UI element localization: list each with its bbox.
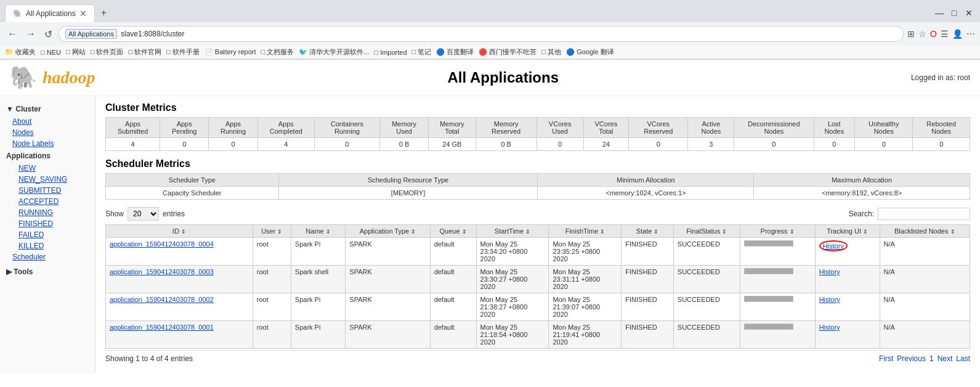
metric-value-10: 0 [629,138,688,151]
bookmark-ximen[interactable]: 🔴 西门慢学不吃苦 [479,47,537,57]
last-page-button[interactable]: Last [956,354,970,363]
sidebar-item-new-saving[interactable]: NEW_SAVING [0,174,95,185]
new-tab-button[interactable]: + [95,4,113,22]
table-cell-10: History [815,238,880,266]
table-cell-1: root [253,238,291,266]
entries-label: entries [163,210,185,218]
bookmark-software-site[interactable]: □ 软件官网 [128,47,161,57]
page-title: All Applications [95,69,911,86]
forward-button[interactable]: → [23,27,38,41]
show-label: Show [105,210,124,218]
metric-value-2: 0 [209,138,258,151]
progress-bar [744,324,793,330]
bookmark-star-icon[interactable]: ☆ [918,29,926,39]
apps-header-6[interactable]: FinishTime ⇕ [549,225,622,238]
app-id-link[interactable]: application_1590412403078_0003 [110,268,214,275]
apps-header-4[interactable]: Queue ⇕ [430,225,476,238]
metric-header-1: Apps Pending [160,118,209,138]
table-cell-4: default [430,238,476,266]
bookmark-neu[interactable]: □ NEU [41,49,61,56]
sidebar-item-running[interactable]: RUNNING [0,207,95,218]
active-tab[interactable]: 🐘 All Applications ✕ [5,4,95,22]
metric-value-13: 0 [814,138,855,151]
apps-header-7[interactable]: State ⇕ [622,225,673,238]
table-cell-4: default [430,293,476,321]
sidebar-item-nodes[interactable]: Nodes [0,127,95,138]
sidebar-item-node-labels[interactable]: Node Labels [0,138,95,149]
sidebar-item-scheduler[interactable]: Scheduler [0,251,95,263]
bookmark-tsinghua[interactable]: 🐦 清华大学开源软件... [299,47,369,57]
minimize-button[interactable]: — [933,7,946,19]
extensions-icon[interactable]: ⊞ [907,29,915,39]
bookmark-item[interactable]: 📁 收藏夹 [5,47,36,57]
menu-icon[interactable]: ⋯ [966,29,975,39]
show-select[interactable]: 20 50 100 [128,207,159,221]
metric-value-4: 0 [314,138,379,151]
refresh-button[interactable]: ↺ [42,27,55,41]
app-id-link[interactable]: application_1590412403078_0002 [110,296,214,303]
metric-header-5: Memory Used [380,118,429,138]
apps-header-9[interactable]: Progress ⇕ [740,225,815,238]
sidebar-item-about[interactable]: About [0,116,95,127]
reader-icon[interactable]: ☰ [941,29,949,39]
maximize-button[interactable]: □ [948,7,960,19]
bookmark-battery[interactable]: 📄 Battery report [205,48,256,56]
sidebar-item-finished[interactable]: FINISHED [0,218,95,229]
first-page-button[interactable]: First [879,354,893,363]
apps-header-1[interactable]: User ⇕ [253,225,291,238]
cluster-header[interactable]: ▼ Cluster [0,102,95,116]
url-bar[interactable]: All Applications slave1:8088/cluster [59,26,904,42]
table-cell-7: FINISHED [622,321,673,349]
bookmark-google[interactable]: 🔵 Google 翻译 [566,47,614,57]
bookmark-imported[interactable]: □ Imported [374,49,407,56]
logged-in-label: Logged in as: root [911,73,970,82]
bookmark-notes[interactable]: □ 笔记 [412,47,432,57]
apps-header-5[interactable]: StartTime ⇕ [476,225,549,238]
search-input[interactable] [878,208,970,220]
apps-header-8[interactable]: FinalStatus ⇕ [673,225,740,238]
apps-header-11[interactable]: Blacklisted Nodes ⇕ [880,225,970,238]
metric-header-12: Decommissioned Nodes [734,118,814,138]
table-cell-7: FINISHED [622,266,673,293]
opera-icon[interactable]: O [930,29,937,39]
sidebar-item-accepted[interactable]: ACCEPTED [0,196,95,207]
bookmark-website[interactable]: □ 网站 [66,47,86,57]
table-cell-3: SPARK [346,266,430,293]
table-cell-3: SPARK [346,238,430,266]
url-text: slave1:8088/cluster [121,30,184,38]
table-cell-6: Mon May 2523:31:11 +08002020 [549,266,622,293]
app-id-link[interactable]: application_1590412403078_0004 [110,240,214,248]
apps-header-2[interactable]: Name ⇕ [291,225,346,238]
bookmark-doc[interactable]: □ 文档服务 [261,47,294,57]
apps-header-3[interactable]: Application Type ⇕ [346,225,430,238]
sidebar: ▼ Cluster About Nodes Node Labels Applic… [0,96,95,373]
back-button[interactable]: ← [5,27,20,41]
app-id-link[interactable]: application_1590412403078_0001 [110,324,214,331]
history-link[interactable]: History [819,296,840,303]
history-link[interactable]: History [819,240,848,251]
sidebar-item-killed[interactable]: KILLED [0,240,95,251]
metric-value-14: 0 [855,138,913,151]
main-layout: ▼ Cluster About Nodes Node Labels Applic… [0,96,980,373]
bookmark-software-page[interactable]: □ 软件页面 [91,47,124,57]
sidebar-item-new[interactable]: NEW [0,163,95,174]
tools-header[interactable]: ▶ Tools [0,265,95,279]
apps-header-10[interactable]: Tracking UI ⇕ [815,225,880,238]
history-link[interactable]: History [819,324,840,331]
previous-page-button[interactable]: Previous [897,354,926,363]
tab-close-button[interactable]: ✕ [79,9,87,18]
next-page-button[interactable]: Next [937,354,953,363]
close-button[interactable]: ✕ [963,7,975,19]
table-cell-1: root [253,321,291,349]
table-cell-2: Spark shell [291,266,346,293]
bookmark-manual[interactable]: □ 软件手册 [166,47,200,57]
avatar-icon[interactable]: 👤 [952,29,963,39]
bookmark-other[interactable]: □ 其他 [541,47,561,57]
tab-favicon: 🐘 [13,9,22,18]
bookmark-baidu[interactable]: 🔵 百度翻译 [436,47,474,57]
history-link[interactable]: History [819,268,840,275]
applications-header[interactable]: Applications [0,149,95,163]
sidebar-item-submitted[interactable]: SUBMITTED [0,185,95,196]
apps-header-0[interactable]: ID ⇕ [106,225,253,238]
sidebar-item-failed[interactable]: FAILED [0,229,95,240]
